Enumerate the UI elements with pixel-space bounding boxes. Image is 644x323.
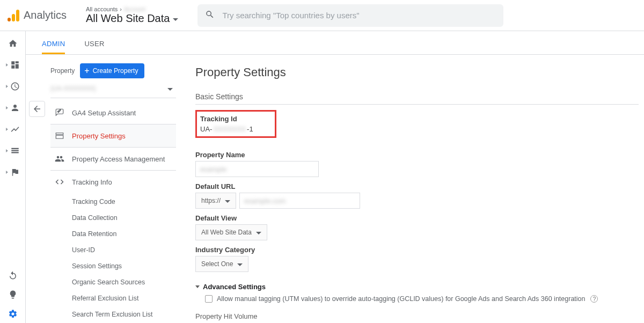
rail-admin[interactable] (8, 309, 18, 319)
url-scheme-select[interactable]: https:// (195, 193, 236, 209)
property-column: Property + Create Property (UA-XXXXXXX) … (26, 55, 187, 323)
tracking-id-label: Tracking Id (200, 115, 253, 123)
rail-audience[interactable] (6, 103, 20, 113)
rail-home[interactable] (8, 39, 18, 48)
chevron-down-icon (237, 263, 243, 266)
rail-conversions[interactable] (6, 167, 20, 177)
selected-property-name: (UA-XXXXXXX) (50, 85, 96, 92)
property-name-input[interactable]: example (195, 161, 319, 177)
search-icon (205, 10, 215, 21)
rail-dashboards[interactable] (6, 60, 20, 70)
app-header: Analytics All accounts › Account All Web… (0, 0, 644, 31)
page-title: Property Settings (195, 65, 639, 79)
property-name-label: Property Name (195, 151, 639, 159)
rail-attribution[interactable] (8, 270, 18, 280)
breadcrumb-account: Account (124, 6, 145, 12)
tracking-id-highlight: Tracking Id UA- XXXXXXX -1 (195, 110, 276, 138)
nav-tracking-info[interactable]: Tracking Info (50, 171, 176, 194)
industry-select[interactable]: Select One (195, 256, 248, 272)
tab-user[interactable]: USER (84, 40, 104, 54)
property-label: Property (50, 67, 75, 75)
breadcrumb-prefix: All accounts (86, 6, 118, 12)
property-hit-volume-header: Property Hit Volume (195, 312, 639, 320)
rail-behavior[interactable] (6, 146, 20, 156)
create-property-button[interactable]: + Create Property (80, 63, 144, 78)
nav-session-settings[interactable]: Session Settings (50, 258, 176, 274)
help-icon[interactable]: ? (590, 295, 598, 303)
analytics-logo-icon (8, 10, 19, 21)
search-bar[interactable] (197, 4, 503, 27)
nav-label: Property Settings (72, 132, 126, 140)
settings-panel: Property Settings Basic Settings Trackin… (187, 55, 644, 323)
nav-data-retention[interactable]: Data Retention (50, 226, 176, 242)
search-input[interactable] (221, 10, 496, 20)
nav-label: GA4 Setup Assistant (72, 109, 136, 117)
rail-discover[interactable] (8, 290, 18, 299)
industry-label: Industry Category (195, 246, 639, 254)
default-url-label: Default URL (195, 182, 639, 190)
tab-admin[interactable]: ADMIN (42, 40, 65, 54)
chevron-down-icon (256, 232, 261, 234)
rail-realtime[interactable] (6, 82, 20, 91)
nav-tracking-code[interactable]: Tracking Code (50, 194, 176, 210)
nav-search-term-exclusion[interactable]: Search Term Exclusion List (50, 306, 176, 323)
product-name: Analytics (24, 9, 67, 21)
account-property-picker[interactable]: All accounts › Account All Web Site Data (86, 6, 178, 25)
default-view-label: Default View (195, 214, 639, 222)
nav-label: Property Access Management (72, 155, 165, 163)
create-property-label: Create Property (93, 67, 138, 75)
product-logo[interactable]: Analytics (8, 9, 67, 21)
nav-property-settings[interactable]: Property Settings (50, 124, 176, 148)
breadcrumb: All accounts › Account (86, 6, 178, 12)
nav-organic-sources[interactable]: Organic Search Sources (50, 274, 176, 290)
chevron-down-icon (195, 285, 200, 288)
nav-user-id[interactable]: User-ID (50, 242, 176, 258)
nav-property-access[interactable]: Property Access Management (50, 148, 176, 171)
checkbox[interactable] (205, 295, 213, 303)
nav-label: Tracking Info (72, 178, 112, 186)
manual-tagging-label: Allow manual tagging (UTM values) to ove… (217, 295, 585, 303)
basic-settings-header: Basic Settings (195, 92, 639, 105)
property-nav: GA4 Setup Assistant Property Settings Pr… (50, 101, 176, 323)
plus-icon: + (84, 67, 89, 75)
advanced-settings-toggle[interactable]: Advanced Settings (195, 283, 639, 291)
admin-content: Property + Create Property (UA-XXXXXXX) … (26, 55, 644, 323)
back-button[interactable] (29, 101, 45, 117)
chevron-down-icon (167, 88, 173, 91)
nav-referral-exclusion[interactable]: Referral Exclusion List (50, 290, 176, 306)
view-picker[interactable]: All Web Site Data (86, 12, 178, 25)
manual-tagging-row[interactable]: Allow manual tagging (UTM values) to ove… (205, 295, 639, 303)
tracking-id-value: UA- XXXXXXX -1 (200, 125, 253, 133)
default-view-select[interactable]: All Web Site Data (195, 224, 267, 240)
default-url-input[interactable]: example.com (239, 193, 360, 209)
nav-data-collection[interactable]: Data Collection (50, 210, 176, 226)
left-nav-rail (0, 31, 26, 323)
chevron-down-icon (225, 200, 230, 203)
property-selector[interactable]: (UA-XXXXXXX) (50, 83, 176, 98)
admin-tabs: ADMIN USER (26, 31, 644, 55)
view-name: All Web Site Data (86, 12, 170, 25)
chevron-down-icon (173, 18, 178, 21)
nav-ga4-assistant[interactable]: GA4 Setup Assistant (50, 101, 176, 124)
rail-acquisition[interactable] (6, 124, 20, 134)
